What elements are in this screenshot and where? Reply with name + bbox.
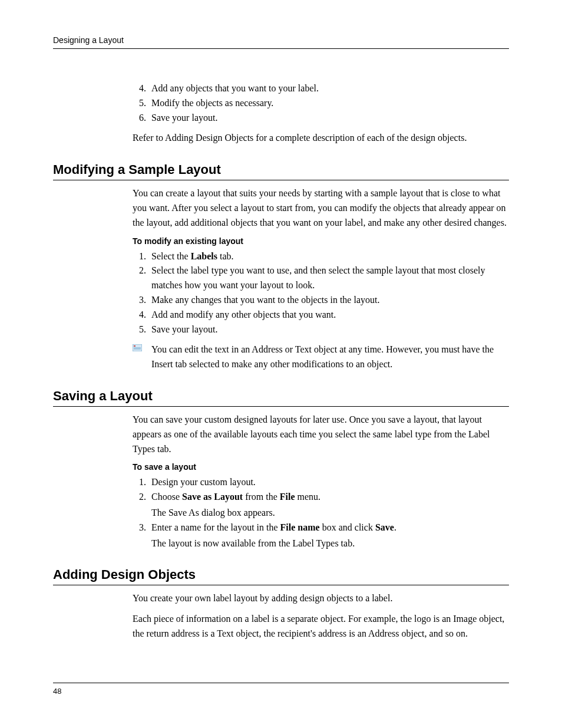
list-number: 5.: [135, 322, 146, 337]
ordered-list: 1. Select the Labels tab. 2.Select the l…: [133, 249, 509, 337]
body-column: You can create a layout that suits your …: [133, 186, 509, 372]
list-text: Save your layout.: [151, 113, 217, 123]
list-text: Enter a name for the layout in the File …: [151, 522, 396, 532]
list-item: 1.Design your custom layout.: [133, 475, 509, 490]
svg-rect-1: [134, 345, 135, 347]
list-number: 2.: [135, 490, 146, 505]
list-item: 4.Add any objects that you want to your …: [133, 81, 509, 96]
list-text: Select the Labels tab.: [151, 251, 234, 261]
heading-saving: Saving a Layout: [53, 388, 509, 407]
continued-ordered-list: 4.Add any objects that you want to your …: [133, 81, 509, 125]
list-number: 2.: [135, 263, 146, 278]
list-item: 4.Add and modify any other objects that …: [133, 308, 509, 322]
list-text: Save your layout.: [151, 324, 217, 334]
heading-adding: Adding Design Objects: [53, 567, 509, 585]
paragraph: You can create a layout that suits your …: [133, 186, 509, 230]
paragraph: You can save your custom designed layout…: [133, 413, 509, 456]
list-text: Choose Save as Layout from the File menu…: [151, 492, 320, 502]
heading-modifying: Modifying a Sample Layout: [53, 162, 509, 180]
list-text: Add any objects that you want to your la…: [151, 83, 319, 93]
list-result: The Save As dialog box appears.: [151, 506, 509, 521]
list-number: 4.: [135, 81, 146, 96]
body-column: You create your own label layout by addi…: [133, 591, 509, 641]
list-number: 3.: [135, 521, 146, 535]
list-text: Modify the objects as necessary.: [151, 98, 273, 108]
list-item: 2. Choose Save as Layout from the File m…: [133, 490, 509, 521]
procedure-heading: To modify an existing layout: [133, 236, 509, 246]
paragraph: Refer to Adding Design Objects for a com…: [133, 131, 509, 146]
list-item: 1. Select the Labels tab.: [133, 249, 509, 264]
list-number: 6.: [135, 111, 146, 126]
body-column: You can save your custom designed layout…: [133, 413, 509, 551]
list-text: Add and modify any other objects that yo…: [151, 309, 336, 319]
list-text: Design your custom layout.: [151, 477, 256, 487]
list-number: 3.: [135, 293, 146, 308]
body-column: 4.Add any objects that you want to your …: [133, 81, 509, 146]
note-text: You can edit the text in an Address or T…: [151, 344, 494, 369]
paragraph: You create your own label layout by addi…: [133, 591, 509, 606]
list-number: 5.: [135, 96, 146, 111]
list-number: 1.: [135, 475, 146, 490]
list-item: 5.Save your layout.: [133, 322, 509, 337]
list-number: 1.: [135, 249, 146, 264]
procedure-heading: To save a layout: [133, 462, 509, 472]
list-number: 4.: [135, 308, 146, 322]
note-icon: [133, 344, 142, 351]
list-item: 3. Enter a name for the layout in the Fi…: [133, 521, 509, 551]
page: Designing a Layout 4.Add any objects tha…: [0, 0, 562, 728]
list-item: 2.Select the label type you want to use,…: [133, 263, 509, 293]
list-result: The layout is now available from the Lab…: [151, 536, 509, 551]
list-item: 6.Save your layout.: [133, 111, 509, 126]
list-item: 5.Modify the objects as necessary.: [133, 96, 509, 111]
note: You can edit the text in an Address or T…: [133, 342, 509, 372]
running-header: Designing a Layout: [53, 35, 509, 49]
ordered-list: 1.Design your custom layout. 2. Choose S…: [133, 475, 509, 551]
list-item: 3.Make any changes that you want to the …: [133, 293, 509, 308]
paragraph: Each piece of information on a label is …: [133, 612, 509, 641]
list-text: Select the label type you want to use, a…: [151, 265, 485, 290]
page-footer: 48: [53, 683, 509, 696]
page-number: 48: [53, 687, 61, 696]
list-text: Make any changes that you want to the ob…: [151, 295, 379, 305]
